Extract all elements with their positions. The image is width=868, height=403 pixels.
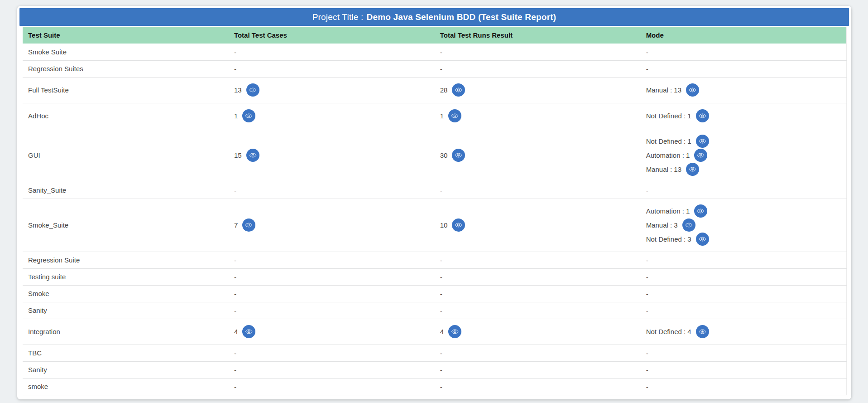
mode-cell: Manual : 13 bbox=[641, 77, 847, 103]
empty-value: - bbox=[646, 290, 648, 298]
empty-value: - bbox=[646, 187, 648, 194]
total-test-cases-cell: 13 bbox=[229, 77, 435, 103]
eye-icon bbox=[697, 207, 705, 215]
table-row: Sanity--- bbox=[23, 302, 847, 319]
empty-value: - bbox=[646, 65, 648, 73]
total-test-runs-cell: - bbox=[435, 252, 641, 268]
total-test-cases-cell: - bbox=[229, 302, 435, 319]
mode-cell: - bbox=[641, 285, 847, 302]
empty-value: - bbox=[440, 307, 442, 315]
empty-value: - bbox=[646, 307, 648, 315]
empty-value: - bbox=[646, 383, 648, 391]
eye-icon bbox=[697, 151, 705, 159]
table-row: Full TestSuite1328Manual : 13 bbox=[23, 77, 847, 103]
mode-entry: Manual : 13 bbox=[646, 83, 846, 97]
test-suite-name: Integration bbox=[23, 319, 229, 345]
total-test-runs-cell: 30 bbox=[435, 129, 641, 182]
view-test-runs-button[interactable] bbox=[452, 218, 465, 232]
column-header-total-cases: Total Test Cases bbox=[229, 27, 435, 44]
cell-value: 13 bbox=[234, 86, 242, 94]
mode-cell: - bbox=[641, 268, 847, 285]
mode-cell: - bbox=[641, 60, 847, 77]
view-test-cases-button[interactable] bbox=[246, 149, 259, 162]
mode-entry: Not Defined : 4 bbox=[646, 325, 846, 339]
view-mode-button[interactable] bbox=[686, 163, 699, 176]
table-row: TBC--- bbox=[23, 345, 847, 361]
mode-label: Manual : 13 bbox=[646, 165, 681, 173]
view-mode-button[interactable] bbox=[694, 204, 707, 218]
total-test-cases-cell: 1 bbox=[229, 103, 435, 129]
cell-value: 4 bbox=[234, 328, 238, 335]
total-test-runs-cell: - bbox=[435, 361, 641, 378]
total-test-runs-cell: - bbox=[435, 378, 641, 395]
column-header-test-suite: Test Suite bbox=[23, 27, 229, 44]
mode-label: Automation : 1 bbox=[646, 207, 690, 215]
test-suite-name: Smoke_Suite bbox=[23, 199, 229, 252]
total-test-runs-cell: - bbox=[435, 302, 641, 319]
table-row: AdHoc11Not Defined : 1 bbox=[23, 103, 847, 129]
empty-value: - bbox=[646, 273, 648, 281]
total-test-runs-cell: - bbox=[435, 60, 641, 77]
view-mode-button[interactable] bbox=[696, 135, 709, 148]
view-mode-button[interactable] bbox=[682, 218, 695, 232]
view-test-cases-button[interactable] bbox=[242, 325, 255, 338]
mode-label: Not Defined : 3 bbox=[646, 235, 691, 243]
view-test-cases-button[interactable] bbox=[246, 83, 259, 97]
empty-value: - bbox=[234, 307, 236, 315]
view-mode-button[interactable] bbox=[696, 233, 709, 246]
total-test-runs-cell: - bbox=[435, 182, 641, 199]
view-mode-button[interactable] bbox=[696, 325, 709, 338]
report-card: Project Title : Demo Java Selenium BDD (… bbox=[17, 6, 851, 399]
empty-value: - bbox=[440, 383, 442, 391]
mode-cell: Not Defined : 1Automation : 1Manual : 13 bbox=[641, 129, 847, 182]
empty-value: - bbox=[440, 290, 442, 298]
total-test-cases-cell: 15 bbox=[229, 129, 435, 182]
mode-entry: Not Defined : 1 bbox=[646, 109, 846, 123]
cell-value: 30 bbox=[440, 151, 448, 159]
column-header-total-runs: Total Test Runs Result bbox=[435, 27, 641, 44]
cell-value: 28 bbox=[440, 86, 448, 94]
cell-value: 1 bbox=[234, 112, 238, 120]
eye-icon bbox=[245, 221, 253, 229]
total-test-runs-cell: - bbox=[435, 268, 641, 285]
cell-value: 1 bbox=[440, 112, 444, 120]
test-suite-name: Smoke bbox=[23, 285, 229, 302]
mode-entry: Not Defined : 1 bbox=[646, 135, 846, 148]
eye-icon bbox=[699, 235, 706, 243]
mode-cell: Not Defined : 4 bbox=[641, 319, 847, 345]
eye-icon bbox=[689, 86, 696, 94]
eye-icon bbox=[249, 86, 257, 94]
view-mode-button[interactable] bbox=[686, 83, 699, 97]
table-row: Regression Suite--- bbox=[23, 252, 847, 268]
table-row: smoke--- bbox=[23, 378, 847, 395]
column-header-mode: Mode bbox=[641, 27, 847, 44]
total-test-runs-cell: - bbox=[435, 285, 641, 302]
total-test-cases-cell: - bbox=[229, 345, 435, 361]
empty-value: - bbox=[440, 366, 442, 374]
mode-cell: - bbox=[641, 378, 847, 395]
total-test-cases-cell: - bbox=[229, 44, 435, 60]
view-mode-button[interactable] bbox=[696, 109, 709, 122]
mode-entry: Automation : 1 bbox=[646, 149, 846, 162]
view-test-runs-button[interactable] bbox=[452, 83, 465, 97]
empty-value: - bbox=[234, 366, 236, 374]
mode-cell: - bbox=[641, 252, 847, 268]
view-test-runs-button[interactable] bbox=[452, 149, 465, 162]
test-suite-name: Regression Suites bbox=[23, 60, 229, 77]
mode-label: Manual : 3 bbox=[646, 221, 678, 229]
empty-value: - bbox=[440, 49, 442, 56]
empty-value: - bbox=[440, 65, 442, 73]
view-test-cases-button[interactable] bbox=[242, 109, 255, 122]
view-test-cases-button[interactable] bbox=[242, 218, 255, 232]
empty-value: - bbox=[646, 257, 648, 264]
view-test-runs-button[interactable] bbox=[448, 325, 461, 338]
table-header-row: Test Suite Total Test Cases Total Test R… bbox=[23, 27, 847, 44]
empty-value: - bbox=[234, 257, 236, 264]
total-test-cases-cell: - bbox=[229, 252, 435, 268]
view-mode-button[interactable] bbox=[694, 149, 707, 162]
view-test-runs-button[interactable] bbox=[448, 109, 461, 122]
empty-value: - bbox=[234, 350, 236, 357]
total-test-cases-cell: - bbox=[229, 182, 435, 199]
test-suite-name: smoke bbox=[23, 378, 229, 395]
eye-icon bbox=[685, 221, 693, 229]
